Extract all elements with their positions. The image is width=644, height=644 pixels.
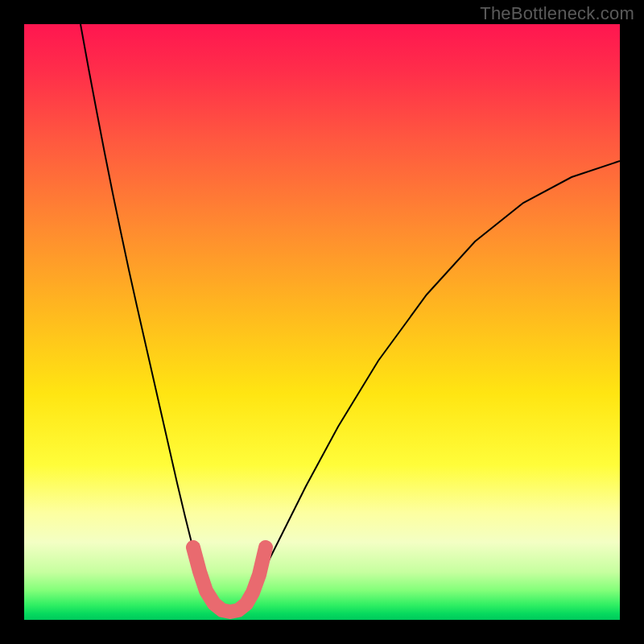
plot-area [24, 24, 620, 620]
curve-layer [24, 24, 620, 620]
series-right-arm [246, 161, 620, 604]
watermark-text: TheBottleneck.com [480, 3, 634, 24]
series-left-arm [80, 24, 213, 604]
chart-frame: TheBottleneck.com [0, 0, 644, 644]
series-pink-valley [193, 547, 266, 612]
